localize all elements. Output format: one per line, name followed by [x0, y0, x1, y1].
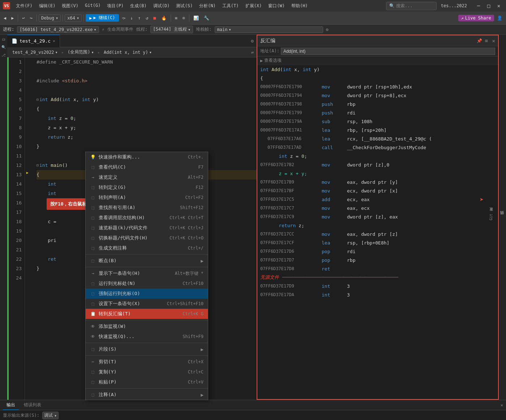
- ctx-goto-def[interactable]: ⬚ 转到定义(G) F12: [86, 182, 208, 192]
- ctx-quick-actions[interactable]: 💡 快速操作和重构... Ctrl+.: [86, 152, 208, 162]
- minimize-button[interactable]: ─: [474, 1, 483, 10]
- restart-button[interactable]: ↺: [143, 15, 150, 21]
- ctx-call-hier[interactable]: ⬚ 查看调用层次结构(H) Ctrl+K Ctrl+T: [86, 213, 208, 223]
- ctx-run-to-cursor[interactable]: ⬚ 运行到光标处(N) Ctrl+F10: [86, 278, 208, 289]
- menu-extensions[interactable]: 扩展(X): [243, 2, 265, 10]
- search-box[interactable]: 🔍 搜索...: [386, 2, 437, 10]
- scope-selector[interactable]: (全局范围) ▾: [65, 48, 96, 56]
- sidebar-item-source[interactable]: 源代码: [498, 216, 506, 219]
- disasm-close-button[interactable]: ✕: [492, 38, 495, 44]
- ctx-peek-header[interactable]: ⬚ 速览标题(k)/代码文件 Ctrl+K Ctrl+J: [86, 223, 208, 233]
- tab-close-button[interactable]: ✕: [53, 39, 55, 43]
- menu-window[interactable]: 窗口(W): [265, 2, 288, 10]
- menu-file[interactable]: 文件(F): [13, 2, 35, 10]
- ctx-peek-def[interactable]: → 速览定义 Alt+F2: [86, 172, 208, 182]
- thread-button[interactable]: ≡: [173, 15, 180, 21]
- unpin-button[interactable]: ⊞: [485, 38, 488, 43]
- editor-settings-icon[interactable]: ⚙: [248, 38, 257, 44]
- menu-view[interactable]: 视图(V): [59, 2, 81, 10]
- redo-button[interactable]: ↪: [28, 15, 35, 21]
- step-out-button[interactable]: ↑: [136, 15, 143, 21]
- ctx-goto-disasm[interactable]: 📋 转到反汇编(T) Ctrl+K G: [86, 309, 208, 319]
- ctx-view-code[interactable]: ⬚ 查看代码(C) F7: [86, 162, 208, 172]
- sidebar-icon-2[interactable]: 🔍: [1, 44, 7, 50]
- code-line-10: }: [37, 142, 257, 151]
- ctx-goto-decl[interactable]: ⬚ 转到声明(A) Ctrl+F2: [86, 192, 208, 203]
- ctx-force-run-cursor[interactable]: ⬚ 强制运行到光标(O): [86, 289, 208, 299]
- ctx-gen-doc[interactable]: ⬚ 生成文档注释 Ctrl+/: [86, 243, 208, 253]
- account-button[interactable]: 👤: [495, 15, 505, 21]
- ctx-set-next[interactable]: ⬚ 设置下一条语句(X) Ctrl+Shift+F10: [86, 299, 208, 309]
- tab-output[interactable]: 输出: [3, 400, 19, 410]
- ctx-add-watch[interactable]: 👁 添加监视(W): [86, 321, 208, 332]
- continue-button[interactable]: ▶ ▶ 继续(C): [86, 14, 119, 22]
- menu-help[interactable]: 帮助(H): [288, 2, 311, 10]
- ctx-submenu-snippet: ▶: [201, 347, 203, 352]
- undo-button[interactable]: ↩: [20, 15, 27, 21]
- hot-reload-button[interactable]: 🔥: [159, 15, 169, 21]
- menu-test[interactable]: 测试(S): [173, 2, 196, 10]
- menu-git[interactable]: Git(G): [82, 2, 103, 10]
- ctx-copy[interactable]: ⬚ 复制(Y) Ctrl+C: [86, 367, 208, 377]
- tab-errors[interactable]: 错误列表: [20, 400, 45, 410]
- settings-icon[interactable]: ⚙: [326, 27, 329, 32]
- step-over-button[interactable]: ⤼: [120, 15, 128, 21]
- live-share-button[interactable]: ↗ Live Share: [458, 15, 494, 21]
- ctx-paste[interactable]: ⬚ 粘贴(P) Ctrl+V: [86, 377, 208, 387]
- project-selector[interactable]: test_4_29_vs2022 ▾: [10, 49, 60, 56]
- pin-button[interactable]: 📌: [477, 38, 482, 43]
- include-text: #include: [37, 76, 62, 86]
- sync-icon[interactable]: ⇌: [251, 50, 254, 55]
- ctx-snippet[interactable]: ⬚ 片段(S) ▶: [86, 344, 208, 354]
- menu-project[interactable]: 项目(P): [104, 2, 126, 10]
- menu-build[interactable]: 生成(B): [127, 2, 150, 10]
- breakpoints-button[interactable]: ⊙: [180, 15, 187, 21]
- annotation-box: 按F10，右击鼠标: [47, 198, 90, 210]
- menu-edit[interactable]: 编辑(E): [36, 2, 59, 10]
- maximize-button[interactable]: □: [484, 1, 493, 10]
- ctx-find-refs[interactable]: ⬚ 查找所有引用(A) Shift+F12: [86, 203, 208, 213]
- stop-button[interactable]: ■: [151, 15, 158, 21]
- step-into-button[interactable]: ↓: [128, 15, 135, 21]
- line-num-9: 9: [9, 133, 22, 142]
- menu-debug[interactable]: 调试(D): [150, 2, 173, 10]
- disasm-asm-2: 00007FF6D37E1794 mov dword ptr [rsp+8],e…: [257, 91, 498, 100]
- disasm-options[interactable]: ▶ 查看选项: [257, 56, 498, 65]
- sidebar-item-git[interactable]: Git更改: [487, 212, 495, 222]
- disasm-content[interactable]: int Add(int x, int y) { 00007FF6D37E1790…: [257, 65, 498, 399]
- tools-button[interactable]: 🔧: [202, 15, 211, 21]
- doc-icon: ⬚: [90, 245, 96, 251]
- ctx-quick-watch[interactable]: 👁 快速监视(Q)... Shift+F9: [86, 332, 208, 342]
- thread-selector[interactable]: [54744] 主线程 ▾: [150, 26, 193, 33]
- sidebar-icon-1[interactable]: 🗂: [1, 36, 7, 42]
- ctx-cut[interactable]: ✂ 剪切(T) Ctrl+X: [86, 357, 208, 367]
- addr-input[interactable]: [281, 48, 495, 55]
- collapse-icon-12[interactable]: ⊟: [37, 161, 39, 170]
- disasm-asm-10: 07FF6D37E17B9 mov eax, dword ptr [y]: [257, 178, 498, 186]
- process-selector[interactable]: [56016] test_4_29_vs2022.exe ▾: [17, 26, 99, 33]
- ctx-label-paste: 粘贴(P): [99, 379, 116, 385]
- editor-tab-active[interactable]: 📄 test_4_29.c ✕: [7, 35, 60, 47]
- function-selector[interactable]: Add(int x, int y) ▾: [102, 49, 154, 56]
- debug-config-dropdown[interactable]: Debug ▾: [39, 14, 61, 22]
- ctx-comment[interactable]: ⬚ 注释(A) ▶: [86, 390, 208, 400]
- ctx-breakpoint[interactable]: ⬚ 断点(B) ▶: [86, 256, 208, 266]
- menu-tools[interactable]: 工具(T): [219, 2, 242, 10]
- output-source-dropdown[interactable]: 调试 ▾: [42, 412, 59, 419]
- menu-analyze[interactable]: 分析(N): [196, 2, 219, 10]
- menu-bar[interactable]: 文件(F) 编辑(E) 视图(V) Git(G) 项目(P) 生成(B) 调试(…: [13, 2, 311, 10]
- sidebar-icon-3[interactable]: ⎇: [1, 52, 7, 58]
- collapse-icon-5[interactable]: ⊟: [37, 95, 39, 104]
- close-button[interactable]: ✕: [494, 1, 503, 10]
- stack-selector[interactable]: main ▾: [215, 26, 323, 33]
- ctx-switch-header[interactable]: ⬚ 切换标题/代码文件(H) Ctrl+K Ctrl+O: [86, 233, 208, 243]
- diagnostics-button[interactable]: 📊: [191, 15, 201, 21]
- ctx-shortcut-find-refs: Shift+F12: [180, 205, 203, 210]
- context-menu[interactable]: 💡 快速操作和重构... Ctrl+. ⬚ 查看代码(C) F7 → 速览定义 …: [85, 152, 208, 400]
- ctx-show-next[interactable]: → 显示下一条语句(H) Alt+数字键 *: [86, 268, 208, 278]
- close-panel-button[interactable]: ✕: [501, 403, 503, 408]
- nav-back-button[interactable]: ◀: [1, 15, 8, 21]
- platform-dropdown[interactable]: x64 ▾: [65, 14, 82, 22]
- window-controls[interactable]: ─ □ ✕: [474, 1, 503, 10]
- nav-forward-button[interactable]: ▶: [9, 15, 16, 21]
